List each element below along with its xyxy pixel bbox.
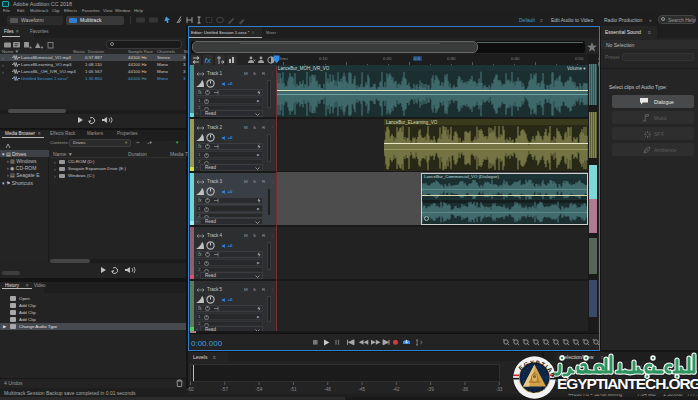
svg-text:-51: -51 <box>290 387 297 392</box>
svg-text:-36: -36 <box>461 387 468 392</box>
svg-text:fx: fx <box>205 56 212 65</box>
svg-text:-60: -60 <box>187 387 194 392</box>
svg-text:-42: -42 <box>393 387 400 392</box>
svg-text:-48: -48 <box>324 387 331 392</box>
svg-text:-33: -33 <box>496 387 503 392</box>
svg-text:-39: -39 <box>427 387 434 392</box>
svg-text:-57: -57 <box>221 387 228 392</box>
svg-text:-45: -45 <box>359 387 366 392</box>
svg-text:-54: -54 <box>256 387 263 392</box>
